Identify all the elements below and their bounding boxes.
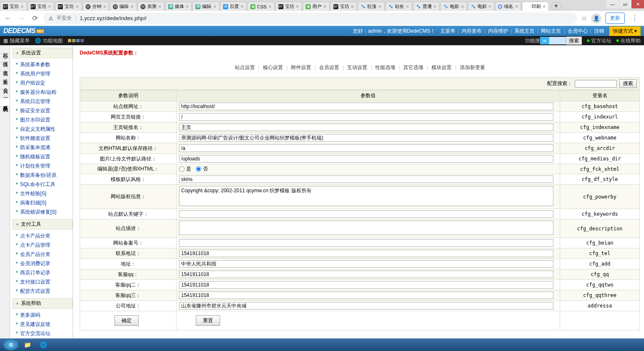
profile-icon[interactable]: 👤	[591, 13, 601, 23]
menu-item[interactable]: 系统错误修复[S]	[15, 207, 73, 217]
subnav-link[interactable]: 其它选项	[402, 65, 424, 70]
top-nav-link[interactable]: 注销	[592, 28, 607, 34]
browser-tab[interactable]: BT宝坊×	[330, 2, 357, 11]
menu-group-header[interactable]: ▾支付工具	[13, 219, 73, 230]
tab-close-icon[interactable]: ×	[461, 3, 464, 10]
browser-tab[interactable]: 🖼编辑×	[192, 2, 219, 11]
tab-close-icon[interactable]: ×	[296, 3, 299, 10]
top-nav-link[interactable]: 内容发布	[459, 28, 484, 34]
config-text-input[interactable]	[179, 113, 553, 121]
browser-tab[interactable]: BT宝坊×	[55, 2, 82, 11]
side-tab[interactable]: 核心	[0, 45, 10, 54]
subnav-link[interactable]: 模块设置	[431, 65, 452, 70]
menu-item[interactable]: 系统日志管理	[15, 97, 73, 106]
browser-tab[interactable]: 译百度×	[220, 2, 247, 11]
config-search-button[interactable]: 搜索	[619, 79, 637, 88]
menu-item[interactable]: 系统基本参数	[15, 60, 73, 69]
config-text-input[interactable]	[179, 302, 553, 310]
browser-tab[interactable]: 🐾普通×	[413, 2, 440, 11]
config-textarea[interactable]	[179, 186, 553, 206]
menu-item[interactable]: 图片水印设置	[15, 115, 73, 124]
side-tab[interactable]: 生成	[0, 63, 10, 72]
side-tab[interactable]: 会员	[0, 80, 10, 89]
menu-item[interactable]: 更多源码	[15, 310, 73, 320]
tab-close-icon[interactable]: ×	[130, 3, 134, 10]
tab-close-icon[interactable]: ×	[268, 3, 272, 10]
config-text-input[interactable]	[179, 260, 553, 268]
browser-tab[interactable]: 🖼媒体×	[165, 2, 192, 11]
side-tab[interactable]: 采集	[0, 72, 10, 80]
tab-close-icon[interactable]: ×	[241, 3, 244, 10]
subnav-link[interactable]: 核心设置	[262, 65, 284, 70]
window-maximize[interactable]: ▭	[619, 0, 631, 8]
menu-group-header[interactable]: ▾系统帮助	[13, 298, 73, 309]
browser-tab[interactable]: W亲测×	[138, 2, 164, 11]
nav-reload[interactable]: ⟳	[30, 14, 39, 23]
config-text-input[interactable]	[179, 176, 553, 183]
tab-close-icon[interactable]: ×	[378, 3, 382, 10]
sitemap-button[interactable]: 🌐 功能地图	[35, 37, 63, 44]
browser-tab[interactable]: 🐾站长×	[385, 2, 412, 11]
subnav-link[interactable]: 性能选项	[374, 65, 396, 70]
side-tab[interactable]: 模板	[0, 89, 10, 98]
quick-action-button[interactable]: 快捷方式 ▾	[609, 26, 641, 36]
top-nav-link[interactable]: 主菜单	[438, 28, 458, 34]
official-forum-link[interactable]: 官方论坛	[587, 37, 611, 44]
tab-close-icon[interactable]: ×	[543, 3, 546, 10]
window-close[interactable]: ✕	[631, 0, 644, 8]
browser-tab[interactable]: W编辑×	[110, 2, 137, 11]
top-nav-link[interactable]: 内容维护	[486, 28, 511, 34]
subnav-link[interactable]: 添加新变量	[459, 65, 486, 70]
bookmark-star-icon[interactable]: ☆	[581, 14, 587, 22]
menu-item[interactable]: 意见建议反馈	[15, 320, 73, 329]
browser-tab[interactable]: 🐾电影×	[440, 2, 467, 11]
new-tab-button[interactable]: +	[551, 2, 561, 10]
config-text-input[interactable]	[179, 134, 553, 142]
subnav-link[interactable]: 会员设置	[318, 65, 340, 70]
browser-tab[interactable]: BT宝坊×	[28, 2, 55, 11]
menu-item[interactable]: 用户组设定	[15, 78, 73, 88]
menu-item[interactable]: 支付接口设置	[15, 277, 73, 286]
browser-tab[interactable]: 印刷×	[522, 2, 549, 11]
top-nav-link[interactable]: 网站主页	[538, 28, 564, 34]
menu-item[interactable]: 系统用户管理	[15, 69, 73, 78]
reset-button[interactable]: 重置	[196, 315, 220, 326]
menu-item[interactable]: 数据库备份/还原	[15, 170, 73, 180]
top-nav-link[interactable]: 系统主页	[512, 28, 537, 34]
browser-tab[interactable]: 🐾电影×	[468, 2, 495, 11]
browser-tab[interactable]: ◉CSS×	[247, 2, 274, 11]
config-text-input[interactable]	[179, 145, 553, 152]
config-text-input[interactable]	[179, 124, 553, 131]
top-nav-link[interactable]: 会员中心	[565, 28, 590, 34]
menu-item[interactable]: 配货方式设置	[15, 286, 73, 296]
tab-close-icon[interactable]: ×	[488, 3, 492, 10]
browser-tab[interactable]: BT宝坊×	[0, 2, 27, 11]
menu-item[interactable]: 会员产品分类	[15, 250, 73, 259]
tab-close-icon[interactable]: ×	[213, 3, 216, 10]
config-text-input[interactable]	[179, 281, 553, 289]
menu-item[interactable]: 会员消费记录	[15, 259, 73, 268]
menu-item[interactable]: 病毒扫描[S]	[15, 198, 73, 207]
hide-menu-button[interactable]: ▦ 隐藏菜单	[3, 37, 30, 44]
browser-tab[interactable]: ◉用户×	[303, 2, 330, 11]
tab-close-icon[interactable]: ×	[21, 3, 24, 10]
config-search-input[interactable]	[575, 80, 617, 88]
browser-tab[interactable]: W分钟×	[83, 2, 109, 11]
nav-back[interactable]: ←	[3, 14, 13, 23]
config-text-input[interactable]	[179, 239, 553, 247]
config-textarea[interactable]	[179, 221, 553, 235]
radio-yes[interactable]	[179, 166, 184, 172]
menu-item[interactable]: 服务器分布/远程	[15, 88, 73, 97]
tab-close-icon[interactable]: ×	[351, 3, 354, 10]
subnav-link[interactable]: 站点设置	[234, 65, 256, 70]
tab-close-icon[interactable]: ×	[323, 3, 327, 10]
function-search-button[interactable]: 搜索	[566, 36, 582, 45]
theme-color-picker[interactable]	[68, 39, 84, 42]
tab-close-icon[interactable]: ×	[186, 3, 189, 10]
menu-item[interactable]: 点卡产品管理	[15, 240, 73, 250]
menu-item[interactable]: 验证安全设置	[15, 106, 73, 115]
menu-item[interactable]: SQL命令行工具	[15, 180, 73, 189]
tab-close-icon[interactable]: ×	[515, 3, 518, 10]
menu-item[interactable]: 官方交流论坛	[15, 329, 73, 338]
browser-tab[interactable]: BT宝坊×	[275, 2, 302, 11]
